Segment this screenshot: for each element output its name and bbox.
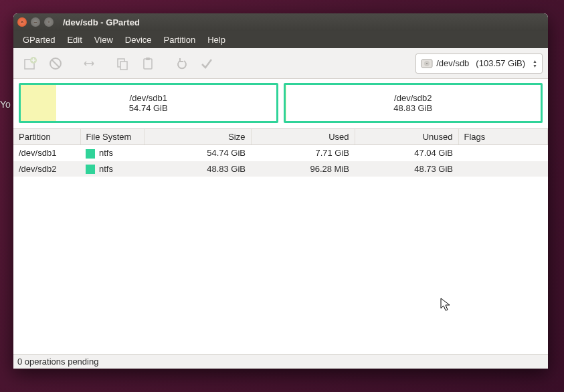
table-row[interactable]: /dev/sdb2 ntfs 48.83 GiB 96.28 MiB 48.73… [13,161,548,177]
device-selector[interactable]: /dev/sdb (103.57 GiB) ▲ ▼ [415,54,543,74]
partition-visual: /dev/sdb1 54.74 GiB /dev/sdb2 48.83 GiB [13,79,548,128]
new-icon [23,56,37,71]
col-filesystem[interactable]: File System [80,129,144,145]
col-size[interactable]: Size [144,129,251,145]
resize-move-button[interactable] [78,52,100,75]
window-controls: × – ▫ [17,17,54,27]
col-unused[interactable]: Unused [355,129,458,145]
spin-up-icon[interactable]: ▲ [531,59,539,64]
partition-box-sdb2[interactable]: /dev/sdb2 48.83 GiB [284,83,543,123]
cell-size: 48.83 GiB [144,161,251,177]
new-partition-button[interactable] [19,52,41,75]
cell-flags [458,145,548,161]
cell-used: 96.28 MiB [251,161,355,177]
cell-size: 54.74 GiB [144,145,251,161]
fs-swatch-icon [86,165,95,174]
statusbar: 0 operations pending [13,354,548,369]
svg-line-3 [52,60,60,68]
paste-icon [140,56,155,71]
cell-filesystem: ntfs [80,161,144,177]
svg-point-10 [426,63,428,64]
device-spin[interactable]: ▲ ▼ [531,59,539,68]
cell-unused: 48.73 GiB [355,161,458,177]
cell-used: 7.71 GiB [251,145,355,161]
device-size: (103.57 GiB) [476,58,525,68]
titlebar: × – ▫ /dev/sdb - GParted [13,13,548,31]
spin-down-icon[interactable]: ▼ [531,64,539,68]
delete-icon [48,56,63,71]
partition-size: 54.74 GiB [129,103,168,113]
partition-size: 48.83 GiB [393,103,432,113]
fs-swatch-icon [86,149,95,159]
apply-button[interactable] [195,52,218,75]
cell-partition: /dev/sdb1 [13,145,80,161]
menu-view[interactable]: View [89,33,118,47]
partition-table: Partition File System Size Used Unused F… [13,128,548,354]
apply-icon [199,56,214,71]
menu-help[interactable]: Help [202,33,231,47]
toolbar: /dev/sdb (103.57 GiB) ▲ ▼ [13,48,548,79]
close-button[interactable]: × [17,17,27,27]
status-text: 0 operations pending [17,357,98,367]
undo-button[interactable] [170,52,193,75]
partition-label: /dev/sdb1 54.74 GiB [21,85,276,121]
undo-icon [174,56,189,71]
menu-partition[interactable]: Partition [159,33,201,47]
partition-name: /dev/sdb1 [130,93,167,103]
device-name: /dev/sdb [436,58,469,68]
minimize-button[interactable]: – [31,17,40,27]
paste-button[interactable] [136,52,159,75]
col-used[interactable]: Used [251,129,355,145]
copy-button[interactable] [111,52,134,75]
menu-device[interactable]: Device [120,33,157,47]
maximize-button[interactable]: ▫ [44,17,54,27]
partition-label: /dev/sdb2 48.83 GiB [286,85,541,121]
col-flags[interactable]: Flags [458,129,548,145]
copy-icon [115,56,130,71]
desktop-text-fragment: Yo [0,99,11,110]
col-partition[interactable]: Partition [13,129,80,145]
window-title: /dev/sdb - GParted [63,17,140,27]
menu-gparted[interactable]: GParted [17,33,60,47]
menu-edit[interactable]: Edit [62,33,87,47]
cell-unused: 47.04 GiB [355,145,458,161]
cell-partition: /dev/sdb2 [13,161,80,177]
cell-filesystem: ntfs [80,145,144,161]
svg-rect-6 [144,59,152,69]
svg-rect-5 [120,62,127,70]
table-row[interactable]: /dev/sdb1 ntfs 54.74 GiB 7.71 GiB 47.04 … [13,145,548,161]
partition-name: /dev/sdb2 [394,93,432,103]
delete-partition-button[interactable] [44,52,67,75]
drive-icon [420,57,434,70]
cell-flags [458,161,548,177]
gparted-window: × – ▫ /dev/sdb - GParted GParted Edit Vi… [13,13,548,369]
svg-rect-7 [146,58,150,60]
menubar: GParted Edit View Device Partition Help [13,31,548,48]
table-header-row: Partition File System Size Used Unused F… [13,129,548,145]
partition-box-sdb1[interactable]: /dev/sdb1 54.74 GiB [19,83,278,123]
resize-icon [82,56,96,71]
